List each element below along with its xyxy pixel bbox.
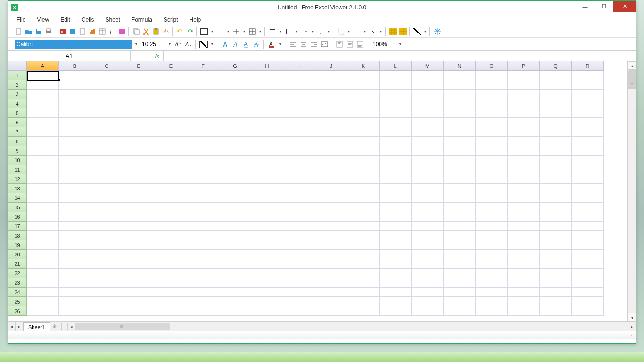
cell[interactable] bbox=[187, 240, 219, 250]
row-header[interactable]: 7 bbox=[8, 127, 27, 137]
cell[interactable] bbox=[380, 108, 412, 118]
cell[interactable] bbox=[91, 193, 123, 203]
border-top-dropdown[interactable]: ▾ bbox=[278, 27, 283, 36]
cell[interactable] bbox=[219, 137, 251, 146]
cell[interactable] bbox=[27, 259, 59, 269]
cell[interactable] bbox=[219, 184, 251, 193]
cell[interactable] bbox=[27, 297, 59, 306]
cell[interactable] bbox=[412, 306, 444, 316]
cell[interactable] bbox=[91, 203, 123, 212]
cell[interactable] bbox=[27, 108, 59, 118]
cell[interactable] bbox=[315, 288, 347, 297]
cell[interactable] bbox=[315, 90, 347, 99]
row-header[interactable]: 2 bbox=[8, 80, 27, 90]
cell[interactable] bbox=[123, 288, 155, 297]
menu-view[interactable]: View bbox=[32, 16, 54, 24]
cell[interactable] bbox=[91, 212, 123, 222]
cell[interactable] bbox=[476, 127, 508, 137]
cell[interactable] bbox=[380, 80, 412, 90]
sheet-nav-next[interactable]: ▸ bbox=[16, 322, 23, 331]
cell[interactable] bbox=[187, 174, 219, 184]
column-header[interactable]: D bbox=[123, 61, 155, 71]
cell[interactable] bbox=[444, 118, 476, 127]
cell[interactable] bbox=[508, 127, 540, 137]
cell[interactable] bbox=[347, 306, 380, 316]
cell[interactable] bbox=[572, 193, 604, 203]
cell[interactable] bbox=[187, 231, 219, 240]
cell[interactable] bbox=[251, 108, 283, 118]
border-diag2-dropdown[interactable]: ▾ bbox=[378, 27, 384, 36]
font-name-input[interactable] bbox=[15, 40, 132, 49]
cell[interactable] bbox=[540, 297, 572, 306]
cell[interactable] bbox=[155, 240, 187, 250]
cell[interactable] bbox=[572, 80, 604, 90]
cell[interactable] bbox=[315, 156, 347, 165]
cell[interactable] bbox=[315, 306, 347, 316]
insert-table-icon[interactable] bbox=[98, 27, 107, 36]
cell[interactable] bbox=[412, 288, 444, 297]
column-header[interactable]: K bbox=[347, 61, 380, 71]
border-none-dropdown[interactable]: ▾ bbox=[346, 27, 352, 36]
cell[interactable] bbox=[540, 184, 572, 193]
menu-edit[interactable]: Edit bbox=[56, 16, 75, 24]
cell[interactable] bbox=[123, 203, 155, 212]
cell[interactable] bbox=[444, 174, 476, 184]
cell[interactable] bbox=[187, 278, 219, 288]
cell[interactable] bbox=[123, 90, 155, 99]
cell[interactable] bbox=[347, 174, 380, 184]
cell[interactable] bbox=[155, 174, 187, 184]
cell[interactable] bbox=[444, 259, 476, 269]
cell[interactable] bbox=[412, 90, 444, 99]
cell[interactable] bbox=[508, 212, 540, 222]
cell[interactable] bbox=[347, 212, 380, 222]
cell[interactable] bbox=[315, 108, 347, 118]
cell[interactable] bbox=[187, 259, 219, 269]
column-header[interactable]: F bbox=[187, 61, 219, 71]
cell[interactable] bbox=[347, 99, 380, 108]
cell[interactable] bbox=[27, 212, 59, 222]
cell[interactable] bbox=[251, 146, 283, 156]
cell[interactable] bbox=[380, 137, 412, 146]
cell[interactable] bbox=[444, 127, 476, 137]
cell[interactable] bbox=[91, 222, 123, 231]
cell[interactable] bbox=[219, 269, 251, 278]
row-header[interactable]: 10 bbox=[8, 156, 27, 165]
cell[interactable] bbox=[91, 269, 123, 278]
cell[interactable] bbox=[347, 288, 380, 297]
cell[interactable] bbox=[380, 288, 412, 297]
cell[interactable] bbox=[59, 71, 91, 80]
cell[interactable] bbox=[315, 146, 347, 156]
cell[interactable] bbox=[412, 127, 444, 137]
cell[interactable] bbox=[572, 137, 604, 146]
cell[interactable] bbox=[380, 99, 412, 108]
pattern2-icon[interactable] bbox=[398, 27, 408, 36]
cell[interactable] bbox=[187, 80, 219, 90]
cell[interactable] bbox=[572, 278, 604, 288]
cell[interactable] bbox=[508, 203, 540, 212]
cell[interactable] bbox=[91, 99, 123, 108]
cell[interactable] bbox=[347, 231, 380, 240]
cell[interactable] bbox=[347, 278, 380, 288]
cell[interactable] bbox=[187, 193, 219, 203]
cell[interactable] bbox=[380, 165, 412, 174]
cell[interactable] bbox=[572, 203, 604, 212]
cell[interactable] bbox=[347, 118, 380, 127]
cell[interactable] bbox=[283, 222, 315, 231]
cell[interactable] bbox=[251, 297, 283, 306]
cell[interactable] bbox=[27, 71, 59, 80]
cell[interactable] bbox=[219, 231, 251, 240]
cell[interactable] bbox=[283, 99, 315, 108]
cell[interactable] bbox=[476, 156, 508, 165]
cell[interactable] bbox=[187, 288, 219, 297]
cell[interactable] bbox=[572, 306, 604, 316]
cell[interactable] bbox=[444, 278, 476, 288]
cell[interactable] bbox=[219, 118, 251, 127]
paste-icon[interactable] bbox=[151, 27, 161, 36]
cell[interactable] bbox=[123, 165, 155, 174]
maximize-button[interactable]: ☐ bbox=[594, 1, 613, 12]
cell[interactable] bbox=[91, 174, 123, 184]
cell[interactable] bbox=[283, 184, 315, 193]
column-header[interactable]: C bbox=[91, 61, 123, 71]
cell[interactable] bbox=[315, 193, 347, 203]
new-icon[interactable] bbox=[14, 27, 24, 36]
